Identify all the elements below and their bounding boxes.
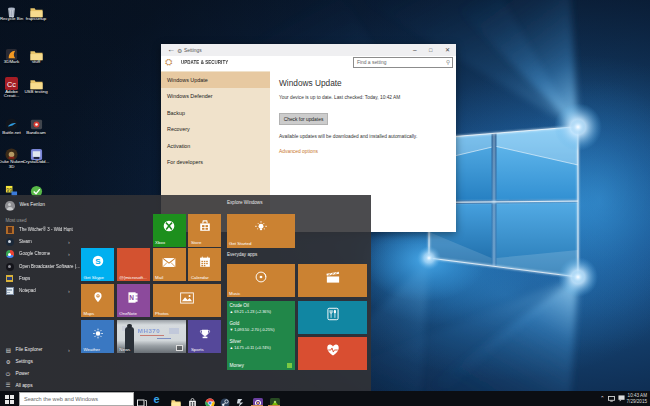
svg-text:N: N — [130, 294, 135, 301]
svg-text:S: S — [95, 257, 101, 266]
svg-text:Cc: Cc — [7, 80, 16, 89]
svg-text:99: 99 — [6, 187, 12, 193]
